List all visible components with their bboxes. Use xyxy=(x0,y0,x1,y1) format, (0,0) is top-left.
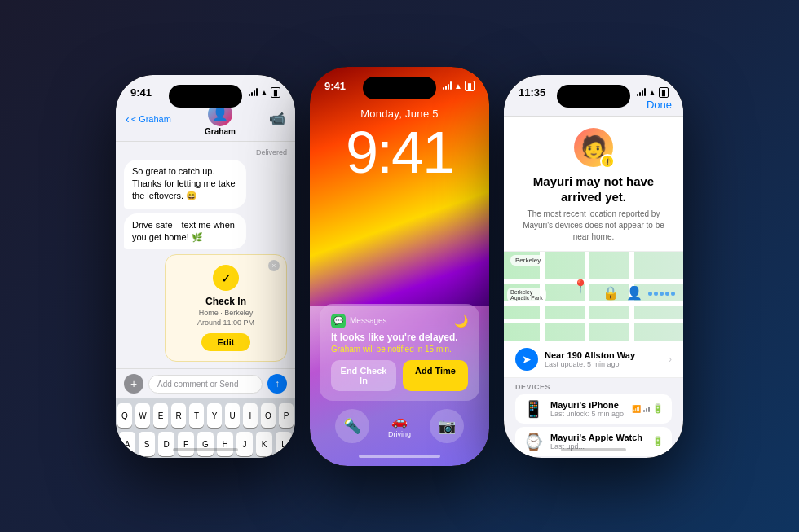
map-background: 📍 🔒 👤 Berkeley BerkeleyAquatic Park xyxy=(504,252,683,341)
contact-name: Graham xyxy=(205,127,236,136)
key-f[interactable]: F xyxy=(178,432,194,456)
notification-app-name: Messages xyxy=(350,316,387,325)
signal-icon-3 xyxy=(637,88,646,96)
notification-header: 💬 Messages 🌙 xyxy=(331,314,468,328)
add-time-button[interactable]: Add Time xyxy=(403,360,468,391)
checkin-close-button[interactable]: × xyxy=(268,260,280,271)
status-time-2: 9:41 xyxy=(324,80,346,92)
lock-date: Monday, June 5 xyxy=(360,108,439,120)
add-attachment-button[interactable]: + xyxy=(124,374,143,394)
key-d[interactable]: D xyxy=(158,432,174,456)
key-l[interactable]: L xyxy=(276,432,292,456)
location-row: ➤ Near 190 Allston Way Last update: 5 mi… xyxy=(504,341,683,378)
device-row-iphone: 📱 Mayuri's iPhone Last unlock: 5 min ago… xyxy=(515,394,672,424)
checkin-edit-button[interactable]: Edit xyxy=(201,333,251,351)
key-t[interactable]: T xyxy=(189,403,204,428)
map-label-aquatic: BerkeleyAquatic Park xyxy=(507,288,546,302)
home-indicator-1 xyxy=(173,448,238,451)
driving-label: Driving xyxy=(388,430,411,438)
plus-icon: + xyxy=(130,377,137,390)
key-g[interactable]: G xyxy=(197,432,214,456)
key-o[interactable]: O xyxy=(261,403,276,428)
key-s[interactable]: S xyxy=(139,432,155,456)
camera-icon: 📷 xyxy=(438,417,456,435)
devices-section: DEVICES 📱 Mayuri's iPhone Last unlock: 5… xyxy=(504,378,683,458)
end-checkin-button[interactable]: End Check In xyxy=(331,360,396,391)
key-k[interactable]: K xyxy=(256,432,272,456)
iphone-battery-icon: 🔋 xyxy=(652,403,664,414)
driving-mode: 🚗 Driving xyxy=(388,413,411,438)
message-bubble-1: So great to catch up. Thanks for letting… xyxy=(124,160,246,209)
message-bubble-2: Drive safe—text me when you get home! 🌿 xyxy=(124,213,246,250)
iphone-status-icons: 📶 🔋 xyxy=(632,403,664,414)
messages-app-icon: 💬 xyxy=(331,314,346,328)
send-button[interactable]: ↑ xyxy=(267,374,287,394)
camera-button[interactable]: 📷 xyxy=(430,409,464,443)
location-pin-lock: 🔒 xyxy=(603,285,619,301)
map-label-berkeley: Berkeley xyxy=(510,255,545,266)
key-h[interactable]: H xyxy=(217,432,233,456)
key-r[interactable]: R xyxy=(171,403,186,428)
video-call-button[interactable]: 📹 xyxy=(269,111,285,126)
location-pin-person: 👤 xyxy=(626,285,642,301)
notification-subtitle: Graham will be notified in 15 min. xyxy=(331,345,468,354)
lock-notification: 💬 Messages 🌙 It looks like you're delaye… xyxy=(320,304,479,401)
delivered-label: Delivered xyxy=(124,148,287,156)
checkin-title: Check In xyxy=(177,296,275,307)
location-pin-red: 📍 xyxy=(572,279,589,294)
wifi-icon-2: ▲ xyxy=(454,81,462,90)
phones-container: 9:41 ▲ ▮ ‹ < Graham 👤 Graham xyxy=(99,51,700,482)
home-indicator-2 xyxy=(359,455,440,458)
chevron-left-icon: ‹ xyxy=(126,112,130,125)
map-section: 📍 🔒 👤 Berkeley BerkeleyAquatic Park xyxy=(504,252,683,341)
signal-icon-1 xyxy=(249,88,258,96)
phone-messages: 9:41 ▲ ▮ ‹ < Graham 👤 Graham xyxy=(116,75,295,458)
dynamic-island-3 xyxy=(557,85,630,108)
done-button[interactable]: Done xyxy=(647,99,672,111)
alert-title: Mayuri may not have arrived yet. xyxy=(515,174,672,205)
key-j[interactable]: J xyxy=(236,432,253,456)
devices-section-label: DEVICES xyxy=(515,383,672,391)
watch-icon: ⌚ xyxy=(523,432,544,451)
battery-icon-3: ▮ xyxy=(659,87,669,98)
status-icons-1: ▲ ▮ xyxy=(249,87,280,98)
notification-emoji: 🌙 xyxy=(454,314,468,328)
flashlight-button[interactable]: 🔦 xyxy=(335,409,369,443)
iphone-info: Mayuri's iPhone Last unlock: 5 min ago xyxy=(550,400,625,418)
dynamic-island-1 xyxy=(169,85,242,108)
key-y[interactable]: Y xyxy=(207,403,222,428)
location-chevron-icon: › xyxy=(669,354,672,365)
contact-name-header: < Graham xyxy=(131,114,171,124)
message-input[interactable]: Add comment or Send xyxy=(148,375,263,394)
device-row-watch: ⌚ Mayuri's Apple Watch Last upd... 🔋 xyxy=(515,427,672,456)
watch-status-icons: 🔋 xyxy=(652,436,664,446)
checkin-card: × ✓ Check In Home · Berkeley Around 11:0… xyxy=(165,254,287,362)
status-time-3: 11:35 xyxy=(519,86,545,99)
key-p[interactable]: P xyxy=(279,403,294,428)
signal-status-icon xyxy=(643,406,650,412)
keyboard-row-1: Q W E R T Y U I O P xyxy=(119,403,292,428)
key-q[interactable]: Q xyxy=(117,403,132,428)
alert-section: 🧑 ⚠️ Mayuri may not have arrived yet. Th… xyxy=(504,117,683,252)
key-i[interactable]: I xyxy=(243,403,258,428)
location-trail-dots xyxy=(648,292,675,296)
wifi-icon-3: ▲ xyxy=(648,88,656,97)
key-u[interactable]: U xyxy=(225,403,240,428)
status-time-1: 9:41 xyxy=(130,86,152,99)
alert-subtitle: The most recent location reported by May… xyxy=(515,209,672,243)
key-w[interactable]: W xyxy=(135,403,150,428)
checkin-location: Home · Berkeley xyxy=(177,309,275,317)
driving-icon: 🚗 xyxy=(391,413,408,429)
notification-app-row: 💬 Messages xyxy=(331,314,387,328)
flashlight-icon: 🔦 xyxy=(343,417,361,435)
location-info: Near 190 Allston Way Last update: 5 min … xyxy=(545,350,662,368)
back-button[interactable]: ‹ < Graham xyxy=(126,112,171,125)
key-a[interactable]: A xyxy=(119,432,135,456)
battery-icon-2: ▮ xyxy=(465,81,475,91)
status-icons-2: ▲ ▮ xyxy=(443,81,475,91)
key-e[interactable]: E xyxy=(153,403,168,428)
location-address: Near 190 Allston Way xyxy=(545,350,662,360)
lock-time: 9:41 xyxy=(346,123,453,182)
map-road-horizontal-3 xyxy=(504,319,683,323)
keyboard-row-2: A S D F G H J K L xyxy=(119,432,292,456)
